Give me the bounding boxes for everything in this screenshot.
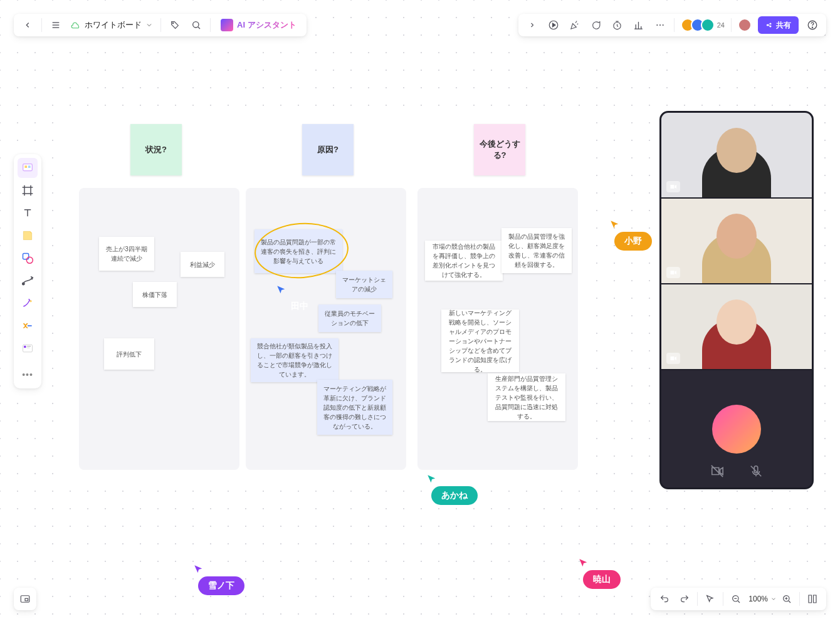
menu-button[interactable]	[46, 15, 66, 35]
sticky-note[interactable]: 従業員のモチベーションの低下	[318, 304, 381, 332]
help-button[interactable]	[802, 15, 822, 35]
svg-point-4	[193, 22, 199, 28]
collaborator-avatars[interactable]: 24	[678, 18, 727, 32]
cursor-tanaka: 田中	[276, 284, 318, 316]
svg-line-33	[711, 465, 723, 477]
sticky-note[interactable]: 売上が3四半期連続で減少	[99, 237, 154, 271]
sticky-note[interactable]: マーケティング戦略が革新に欠け、ブランド認知度の低下と新規顧客の獲得の難しさにつ…	[317, 380, 392, 435]
pen-tool[interactable]	[18, 293, 38, 313]
svg-point-14	[659, 24, 661, 26]
chart-button[interactable]	[629, 15, 649, 35]
text-tool[interactable]	[18, 203, 38, 223]
sticky-note[interactable]: マーケットシェアの減少	[336, 271, 392, 298]
svg-point-3	[172, 23, 173, 23]
ai-assistant-button[interactable]: AI アシスタント	[214, 15, 303, 35]
divider	[723, 592, 723, 606]
cursor-yukinoshita: 雪ノ下	[193, 564, 244, 595]
svg-marker-7	[552, 23, 555, 27]
timer-button[interactable]	[607, 15, 627, 35]
sticky-note[interactable]: 株価下落	[133, 282, 177, 307]
back-button[interactable]	[18, 15, 38, 35]
whiteboard-frame[interactable]: 状況? 原因? 今後どうする? 売上が3四半期連続で減少 利益減少 株価下落 評…	[68, 113, 593, 489]
avatar-count: 24	[717, 21, 725, 29]
bottom-right-toolbar: 100%	[651, 588, 826, 610]
svg-point-28	[29, 300, 31, 302]
sticky-note[interactable]: 利益減少	[181, 252, 224, 277]
page-list-button[interactable]	[802, 589, 822, 609]
ai-logo-icon	[221, 19, 233, 31]
divider	[697, 592, 698, 606]
camera-icon	[666, 267, 680, 278]
minimap-toggle[interactable]	[14, 588, 36, 610]
card-tool[interactable]	[18, 338, 38, 358]
board-title-text: ホワイトボード	[85, 19, 142, 31]
divider	[41, 18, 42, 32]
ai-label: AI アシスタント	[237, 19, 297, 31]
self-avatar-circle	[712, 405, 761, 454]
svg-line-44	[789, 601, 790, 603]
sticky-note[interactable]: 市場の競合他社の製品を再評価し、競争上の差別化ポイントを見つけて強化する。	[425, 241, 503, 281]
self-avatar[interactable]	[738, 18, 752, 32]
cursor-ono: 小野	[609, 219, 652, 251]
tag-button[interactable]	[165, 15, 185, 35]
share-label: 共有	[776, 20, 791, 31]
video-participant-1[interactable]	[661, 113, 812, 199]
chevron-down-icon[interactable]	[770, 596, 777, 602]
left-toolbar: •••	[14, 154, 41, 388]
column-situation[interactable]	[79, 188, 239, 470]
sticky-note[interactable]: 新しいマーケティング戦略を開発し、ソーシャルメディアのプロモーションやパートナー…	[441, 309, 519, 372]
templates-tool[interactable]	[18, 158, 38, 178]
frame-tool[interactable]	[18, 180, 38, 200]
header-situation[interactable]: 状況?	[130, 124, 182, 175]
divider	[799, 592, 800, 606]
cloud-icon	[71, 20, 81, 30]
connector-tool[interactable]	[18, 271, 38, 291]
camera-icon	[666, 181, 680, 192]
sticky-note[interactable]: 評判低下	[104, 338, 154, 370]
chevron-down-icon	[145, 21, 153, 29]
board-title[interactable]: ホワイトボード	[67, 19, 157, 31]
divider	[674, 18, 675, 32]
shape-tool[interactable]	[18, 248, 38, 268]
pointer-tool[interactable]	[700, 589, 720, 609]
more-tools[interactable]: •••	[18, 365, 38, 385]
svg-rect-37	[25, 598, 28, 601]
search-button[interactable]	[186, 15, 206, 35]
redo-button[interactable]	[675, 589, 695, 609]
video-participant-3[interactable]	[661, 284, 812, 370]
svg-rect-20	[28, 165, 31, 168]
comment-button[interactable]	[586, 15, 606, 35]
svg-line-5	[198, 27, 200, 29]
sticky-note[interactable]: 製品の品質管理を強化し、顧客満足度を改善し、常連客の信頼を回復する。	[501, 228, 572, 273]
share-icon	[765, 21, 773, 29]
zoom-out-button[interactable]	[726, 589, 746, 609]
sticky-tool[interactable]	[18, 226, 38, 246]
header-action[interactable]: 今後どうする?	[474, 124, 525, 175]
sticky-note[interactable]: 生産部門が品質管理システムを構築し、製品テストや監視を行い、品質問題に迅速に対処…	[488, 373, 565, 421]
top-left-toolbar: ホワイトボード AI アシスタント	[14, 14, 307, 36]
more-button[interactable]	[650, 15, 670, 35]
collapse-button[interactable]	[522, 15, 542, 35]
mindmap-tool[interactable]	[18, 316, 38, 336]
svg-point-27	[23, 283, 24, 284]
share-button[interactable]: 共有	[758, 16, 799, 34]
celebrate-button[interactable]	[565, 15, 585, 35]
video-participant-2[interactable]	[661, 199, 812, 284]
mic-off-button[interactable]	[749, 464, 763, 478]
svg-rect-30	[24, 346, 26, 348]
svg-line-40	[738, 601, 740, 603]
zoom-in-button[interactable]	[777, 589, 797, 609]
play-button[interactable]	[543, 15, 564, 35]
svg-point-17	[812, 27, 812, 28]
camera-off-button[interactable]	[710, 464, 724, 478]
header-cause[interactable]: 原因?	[302, 124, 354, 175]
sticky-note[interactable]: 競合他社が類似製品を投入し、一部の顧客を引きつけることで市場競争が激化しています…	[251, 338, 339, 382]
svg-point-26	[26, 257, 33, 263]
svg-rect-18	[23, 164, 33, 171]
undo-button[interactable]	[654, 589, 675, 609]
zoom-level[interactable]: 100%	[746, 595, 770, 603]
top-right-toolbar: 24 共有	[518, 14, 826, 36]
cursor-akane: あかね	[426, 474, 478, 505]
video-call-panel	[659, 111, 814, 489]
video-self[interactable]	[661, 370, 812, 487]
